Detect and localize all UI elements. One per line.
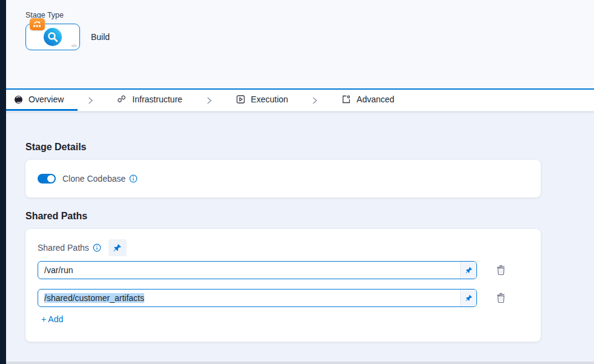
pin-input-type-button[interactable] bbox=[460, 262, 476, 279]
shared-path-row: /shared/customer_artifacts bbox=[38, 289, 529, 307]
stage-tabs: Overview Infrastructure Execution bbox=[0, 90, 594, 111]
stage-type-label: Stage Type bbox=[25, 11, 594, 19]
delete-path-button[interactable] bbox=[495, 264, 507, 276]
bottom-edge bbox=[6, 362, 594, 364]
stage-type-card[interactable]: </> bbox=[25, 24, 80, 50]
pin-icon bbox=[465, 266, 473, 274]
stage-details-card: Clone Codebase bbox=[25, 160, 541, 197]
info-icon[interactable] bbox=[129, 174, 138, 183]
trash-icon bbox=[495, 292, 507, 304]
clone-codebase-toggle[interactable] bbox=[38, 174, 56, 184]
tab-execution[interactable]: Execution bbox=[222, 90, 302, 111]
shared-path-input[interactable]: /shared/customer_artifacts bbox=[38, 289, 477, 307]
info-icon[interactable] bbox=[93, 243, 101, 252]
tab-overview-label: Overview bbox=[28, 94, 64, 104]
tab-execution-label: Execution bbox=[251, 94, 288, 104]
shared-path-value[interactable]: /var/run bbox=[38, 262, 460, 279]
pin-input-type-button[interactable] bbox=[460, 290, 476, 306]
code-glyph: </> bbox=[71, 44, 76, 48]
pin-icon bbox=[113, 243, 122, 253]
tab-infrastructure[interactable]: Infrastructure bbox=[103, 90, 196, 111]
shared-paths-heading: Shared Paths bbox=[25, 211, 594, 222]
tab-infrastructure-label: Infrastructure bbox=[132, 94, 182, 104]
chevron-right-icon bbox=[205, 90, 213, 111]
ci-module-badge-icon bbox=[30, 18, 45, 30]
stage-config-page: Stage Type bbox=[0, 0, 594, 364]
delete-path-button[interactable] bbox=[495, 292, 507, 304]
execution-icon bbox=[236, 94, 245, 104]
clone-codebase-label: Clone Codebase bbox=[62, 174, 125, 184]
build-stage-icon bbox=[44, 28, 62, 46]
stage-type-section: Stage Type bbox=[0, 0, 594, 88]
add-path-button[interactable]: + Add bbox=[41, 314, 63, 324]
stage-details-heading: Stage Details bbox=[25, 142, 594, 153]
infrastructure-icon bbox=[117, 94, 127, 104]
trash-icon bbox=[495, 264, 507, 276]
advanced-icon bbox=[341, 94, 351, 104]
tab-overview[interactable]: Overview bbox=[0, 90, 78, 111]
chevron-right-icon bbox=[310, 90, 319, 111]
tab-advanced-label: Advanced bbox=[356, 94, 394, 104]
shared-path-row: /var/run bbox=[38, 261, 529, 279]
shared-paths-field-label: Shared Paths bbox=[38, 243, 89, 253]
tab-advanced[interactable]: Advanced bbox=[327, 90, 408, 111]
toggle-knob bbox=[47, 175, 55, 182]
shared-path-value[interactable]: /shared/customer_artifacts bbox=[38, 290, 460, 306]
ci-pipeline-icon bbox=[32, 21, 42, 28]
overview-icon bbox=[14, 95, 23, 104]
overview-tab-panel: Stage Details Clone Codebase Shared Path… bbox=[0, 111, 594, 364]
chevron-right-icon bbox=[86, 90, 95, 111]
shared-path-input[interactable]: /var/run bbox=[38, 261, 477, 279]
pin-icon bbox=[465, 294, 473, 302]
left-panel-edge bbox=[0, 0, 6, 364]
shared-paths-card: Shared Paths /var/run bbox=[25, 229, 541, 342]
stage-type-name: Build bbox=[91, 32, 110, 42]
pin-input-type-button[interactable] bbox=[108, 239, 127, 256]
